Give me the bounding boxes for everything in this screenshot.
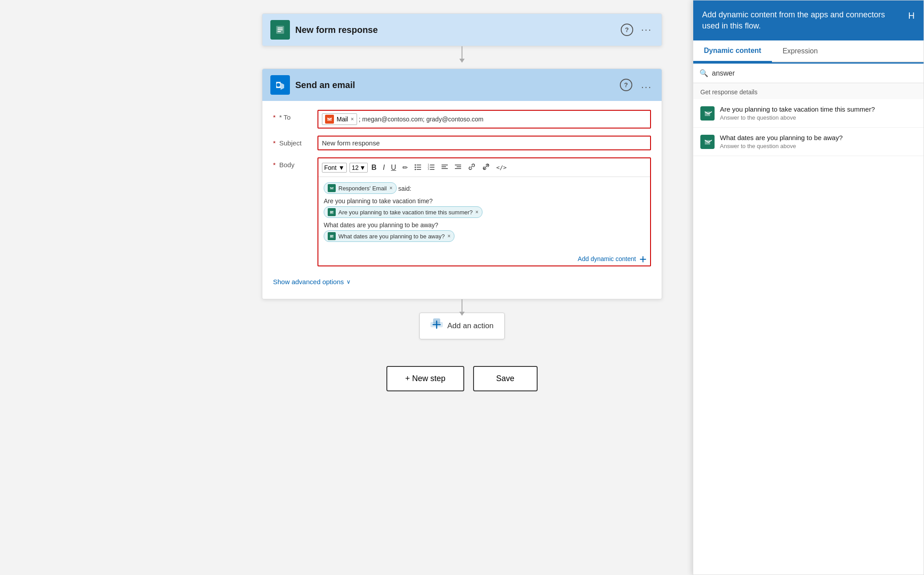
question2-tag: What dates are you planning to be away? … xyxy=(324,230,454,242)
dynamic-panel: Add dynamic content from the apps and co… xyxy=(693,0,924,575)
trigger-more-button[interactable]: ··· xyxy=(639,22,654,37)
svg-text:3.: 3. xyxy=(428,168,430,170)
trigger-header-left: New form response xyxy=(270,20,378,40)
expression-tab[interactable]: Expression xyxy=(772,40,828,61)
trigger-title: New form response xyxy=(295,25,378,35)
body-toolbar: Font ▼ 12 ▼ B I U ✏ xyxy=(318,158,650,177)
dynamic-item-1-icon xyxy=(700,106,715,121)
size-dropdown[interactable]: 12 ▼ xyxy=(350,163,368,173)
subject-row: * Subject New form response xyxy=(273,136,651,150)
advanced-options-link[interactable]: Show advanced options ∨ xyxy=(273,278,651,285)
to-label: * * To xyxy=(273,110,317,121)
question1-tag-icon xyxy=(328,208,336,216)
body-content[interactable]: Responders' Email × said: Are you planni… xyxy=(318,177,650,253)
html-button[interactable]: </> xyxy=(494,162,509,173)
responders-email-label: Responders' Email xyxy=(338,185,387,192)
to-emails: ; megan@contoso.com; grady@contoso.com xyxy=(359,116,484,123)
bullets-button[interactable] xyxy=(412,161,424,173)
trigger-help-button[interactable]: ? xyxy=(621,24,633,36)
mail-tag-close[interactable]: × xyxy=(351,116,354,122)
advanced-options: Show advanced options ∨ xyxy=(273,273,651,290)
size-chevron: ▼ xyxy=(359,164,366,171)
bottom-buttons: + New step Save xyxy=(386,366,538,391)
dynamic-item-2-icon xyxy=(700,135,715,149)
responders-email-icon xyxy=(328,184,336,192)
svg-point-2 xyxy=(277,83,280,87)
svg-point-4 xyxy=(414,165,416,166)
dynamic-content-tab[interactable]: Dynamic content xyxy=(693,40,772,62)
add-action-icon xyxy=(430,318,443,334)
dynamic-panel-close-icon[interactable]: H xyxy=(908,9,915,22)
dynamic-item-2[interactable]: What dates are you planning to be away? … xyxy=(693,128,924,156)
svg-point-6 xyxy=(414,167,416,168)
question1-tag-label: Are you planning to take vacation time t… xyxy=(338,209,473,216)
subject-label: * Subject xyxy=(273,136,317,147)
dynamic-item-2-subtitle: Answer to the question above xyxy=(720,143,916,149)
dynamic-search-input[interactable] xyxy=(712,69,917,77)
dynamic-item-1-content: Are you planning to take vacation time t… xyxy=(720,105,916,121)
body-line-1: Responders' Email × said: xyxy=(324,182,645,194)
body-line-4: What dates are you planning to be away? xyxy=(324,221,645,229)
size-label: 12 xyxy=(352,164,359,171)
body-area: Font ▼ 12 ▼ B I U ✏ xyxy=(317,157,651,266)
italic-button[interactable]: I xyxy=(380,162,387,173)
search-icon: 🔍 xyxy=(699,69,708,77)
question2-text: What dates are you planning to be away? xyxy=(324,221,438,229)
font-dropdown[interactable]: Font ▼ xyxy=(322,163,347,173)
question2-tag-icon xyxy=(328,232,336,240)
body-input-area: Font ▼ 12 ▼ B I U ✏ xyxy=(317,157,651,266)
question2-tag-close[interactable]: × xyxy=(447,233,450,239)
subject-field[interactable]: New form response xyxy=(317,136,651,150)
dynamic-item-2-content: What dates are you planning to be away? … xyxy=(720,134,916,149)
dynamic-item-2-title: What dates are you planning to be away? xyxy=(720,134,916,141)
dynamic-item-1-subtitle: Answer to the question above xyxy=(720,114,916,121)
responders-email-tag: Responders' Email × xyxy=(324,182,397,194)
body-line-2: Are you planning to take vacation time? xyxy=(324,197,645,205)
to-input-area[interactable]: Mail × ; megan@contoso.com; grady@contos… xyxy=(317,110,651,129)
to-row: * * To Mail xyxy=(273,110,651,129)
email-card-header-right: ? ... xyxy=(620,77,654,92)
body-line-3: Are you planning to take vacation time t… xyxy=(324,206,645,218)
font-chevron: ▼ xyxy=(338,164,345,171)
said-text: said: xyxy=(398,185,412,192)
question1-text: Are you planning to take vacation time? xyxy=(324,197,433,205)
connector-1 xyxy=(462,46,462,60)
question1-tag-close[interactable]: × xyxy=(475,209,478,215)
advanced-options-chevron: ∨ xyxy=(346,278,351,285)
more-button[interactable]: ... xyxy=(639,77,654,92)
subject-value: New form response xyxy=(322,139,380,147)
body-line-5: What dates are you planning to be away? … xyxy=(324,230,645,242)
pen-button[interactable]: ✏ xyxy=(400,162,411,173)
numbering-button[interactable]: 1.2.3. xyxy=(425,161,438,173)
dynamic-item-1-title: Are you planning to take vacation time t… xyxy=(720,105,916,113)
trigger-block: New form response ? ··· xyxy=(262,13,662,46)
new-step-button[interactable]: + New step xyxy=(386,366,464,391)
mail-tag: Mail × xyxy=(322,113,357,125)
forms-icon xyxy=(270,20,290,40)
trigger-header: New form response ? ··· xyxy=(262,14,662,46)
underline-button[interactable]: U xyxy=(388,162,399,173)
dynamic-panel-header-text: Add dynamic content from the apps and co… xyxy=(702,9,903,32)
email-card: Send an email ? ... * * To xyxy=(262,68,662,299)
bold-button[interactable]: B xyxy=(369,162,379,173)
connector-2 xyxy=(462,299,462,313)
responders-email-close[interactable]: × xyxy=(390,185,393,191)
dynamic-item-1[interactable]: Are you planning to take vacation time t… xyxy=(693,99,924,128)
question1-tag: Are you planning to take vacation time t… xyxy=(324,206,482,218)
dynamic-panel-header: Add dynamic content from the apps and co… xyxy=(693,0,924,40)
mail-tag-icon xyxy=(325,115,334,124)
align-right-button[interactable] xyxy=(452,161,464,173)
add-dynamic-content[interactable]: Add dynamic content xyxy=(318,253,650,265)
to-field[interactable]: Mail × ; megan@contoso.com; grady@contos… xyxy=(317,110,651,129)
save-button[interactable]: Save xyxy=(473,366,538,391)
align-left-button[interactable] xyxy=(438,161,451,173)
unlink-button[interactable] xyxy=(479,161,493,174)
dynamic-section-title: Get response details xyxy=(693,83,924,99)
add-action-label: Add an action xyxy=(447,322,494,330)
subject-input-area[interactable]: New form response xyxy=(317,136,651,150)
font-label: Font xyxy=(324,164,337,171)
link-button[interactable] xyxy=(465,161,478,174)
email-card-header-left: Send an email xyxy=(270,75,355,95)
help-button[interactable]: ? xyxy=(620,79,632,91)
add-action-button[interactable]: Add an action xyxy=(419,313,505,339)
